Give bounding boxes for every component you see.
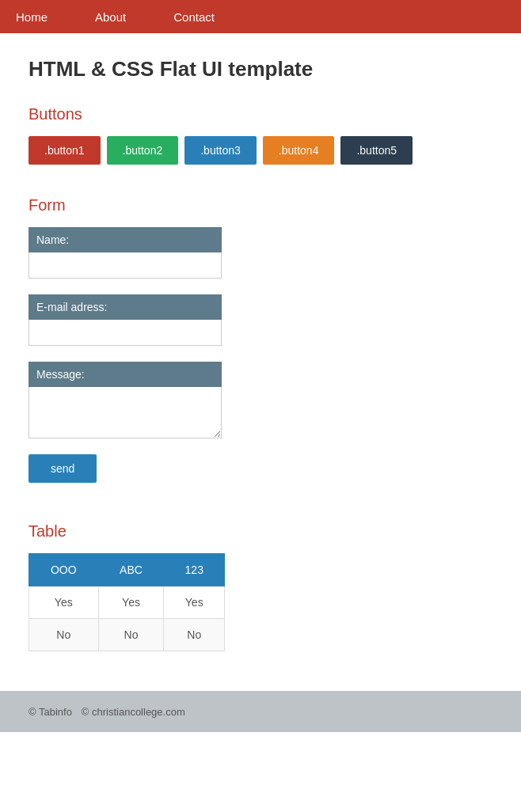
- name-label: Name:: [29, 227, 222, 252]
- email-field-group: E-mail adress:: [29, 294, 492, 346]
- table-section: Table OOO ABC 123 Yes Yes Yes No No No: [29, 522, 492, 651]
- email-label: E-mail adress:: [29, 294, 222, 320]
- table-cell: No: [29, 619, 99, 651]
- form-section: Form Name: E-mail adress: Message: send: [29, 196, 492, 483]
- message-input[interactable]: [29, 387, 222, 438]
- table-header-abc: ABC: [98, 554, 164, 586]
- data-table: OOO ABC 123 Yes Yes Yes No No No: [29, 553, 225, 651]
- main-content: HTML & CSS Flat UI template Buttons .but…: [0, 33, 521, 651]
- footer: © Tabinfo © christiancollege.com: [0, 691, 521, 732]
- name-input[interactable]: [29, 252, 222, 279]
- button2[interactable]: .button2: [107, 136, 179, 165]
- navbar: Home About Contact: [0, 0, 521, 33]
- name-field-group: Name:: [29, 227, 492, 279]
- buttons-row: .button1 .button2 .button3 .button4 .but…: [29, 136, 492, 165]
- nav-about[interactable]: About: [95, 10, 126, 24]
- table-cell: Yes: [98, 586, 164, 619]
- buttons-section-title: Buttons: [29, 105, 492, 123]
- buttons-section: Buttons .button1 .button2 .button3 .butt…: [29, 105, 492, 165]
- send-button[interactable]: send: [29, 454, 97, 483]
- button5[interactable]: .button5: [340, 136, 413, 165]
- table-cell: No: [98, 619, 164, 651]
- table-row: Yes Yes Yes: [29, 586, 225, 619]
- table-cell: Yes: [164, 586, 225, 619]
- table-header-row: OOO ABC 123: [29, 554, 225, 586]
- table-row: No No No: [29, 619, 225, 651]
- footer-left-text: © Tabinfo: [29, 706, 72, 718]
- table-cell: No: [164, 619, 225, 651]
- nav-home[interactable]: Home: [16, 10, 48, 24]
- message-label: Message:: [29, 362, 222, 387]
- page-title: HTML & CSS Flat UI template: [29, 57, 492, 82]
- button4[interactable]: .button4: [263, 136, 335, 165]
- table-header-123: 123: [164, 554, 225, 586]
- form-section-title: Form: [29, 196, 492, 214]
- nav-contact[interactable]: Contact: [173, 10, 215, 24]
- button1[interactable]: .button1: [29, 136, 101, 165]
- table-cell: Yes: [29, 586, 99, 619]
- table-section-title: Table: [29, 522, 492, 541]
- message-field-group: Message:: [29, 362, 492, 438]
- table-header-ooo: OOO: [29, 554, 99, 586]
- footer-right-text: © christiancollege.com: [82, 706, 185, 718]
- button3[interactable]: .button3: [184, 136, 257, 165]
- email-input[interactable]: [29, 320, 222, 346]
